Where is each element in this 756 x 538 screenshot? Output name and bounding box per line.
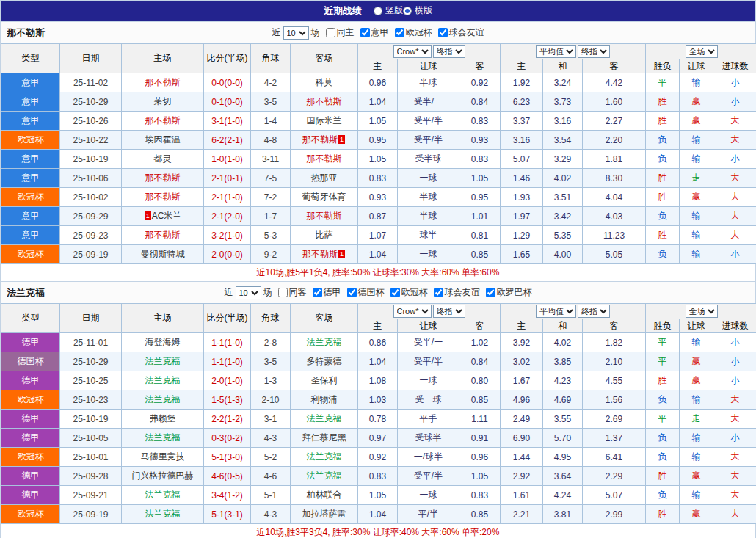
handicap-cell: 受半/一 <box>398 333 459 352</box>
euro-odds-select[interactable]: 终指 <box>578 305 610 318</box>
corner-cell: 4-3 <box>251 429 291 448</box>
filter-checkbox-球会友谊[interactable]: 球会友谊 <box>438 26 484 39</box>
checkbox-icon[interactable] <box>360 28 370 37</box>
asia-home-odds-cell: 0.87 <box>358 207 398 226</box>
date-cell: 25-11-02 <box>60 73 122 92</box>
away-team-name: 那不勒斯 <box>302 249 338 259</box>
corner-cell: 5-3 <box>251 226 291 245</box>
match-row: 欧冠杯25-10-22埃因霍温6-2(2-1)4-8那不勒斯10.95受平/半0… <box>1 131 756 150</box>
corner-cell: 5-1 <box>251 486 291 505</box>
euro-home-odds-cell: 3.37 <box>501 112 543 131</box>
euro-odds-select[interactable]: 平均值 <box>536 45 576 58</box>
home-team-name: 法兰克福 <box>145 394 181 404</box>
asia-home-odds-cell: 0.92 <box>358 448 398 467</box>
away-team-cell: 那不勒斯1 <box>291 245 358 264</box>
scope-select[interactable]: 全场 <box>686 45 718 58</box>
corner-cell: 7-2 <box>251 188 291 207</box>
filter-checkbox-同主[interactable]: 同主 <box>326 26 355 39</box>
away-team-cell: 比萨 <box>291 226 358 245</box>
checkbox-label-text: 球会友谊 <box>449 26 484 39</box>
euro-away-odds-cell: 5.07 <box>583 486 646 505</box>
away-team-cell: 热那亚 <box>291 169 358 188</box>
euro-away-odds-cell: 11.23 <box>583 226 646 245</box>
checkbox-icon[interactable] <box>486 288 495 297</box>
filter-checkbox-意甲[interactable]: 意甲 <box>360 26 389 39</box>
asia-home-odds-cell: 1.04 <box>358 505 398 524</box>
layout-radio-horizontal[interactable]: 横版 <box>403 4 432 17</box>
checkbox-icon[interactable] <box>326 28 335 37</box>
team-section-1: 那不勒斯近10场同主意甲欧冠杯球会友谊类型日期主场比分(半场)角球客场Crow*… <box>1 21 755 281</box>
euro-odds-select[interactable]: 终指 <box>578 45 610 58</box>
asia-odds-select[interactable]: 终指 <box>433 45 465 58</box>
date-cell: 25-10-05 <box>60 429 122 448</box>
column-subheader: 进球数 <box>713 319 756 333</box>
euro-odds-select[interactable]: 平均值 <box>536 305 576 318</box>
home-team-name: 那不勒斯 <box>145 115 181 126</box>
asia-odds-select[interactable]: Crow* <box>393 305 432 318</box>
filter-checkbox-德甲[interactable]: 德甲 <box>313 286 341 299</box>
checkbox-icon[interactable] <box>390 288 400 297</box>
asia-away-odds-cell: 0.85 <box>459 390 501 410</box>
filter-checkbox-球会友谊[interactable]: 球会友谊 <box>434 286 480 299</box>
asia-away-odds-cell: 0.85 <box>459 505 501 524</box>
result-cell: 平 <box>646 352 680 371</box>
checkbox-icon[interactable] <box>395 28 404 37</box>
match-row: 德甲25-10-05法兰克福0-3(0-2)4-3拜仁慕尼黑0.97受球半0.9… <box>1 429 756 448</box>
filter-checkbox-欧冠杯[interactable]: 欧冠杯 <box>395 26 432 39</box>
checkbox-icon[interactable] <box>313 288 322 297</box>
checkbox-icon[interactable] <box>434 288 443 297</box>
home-team-cell: 海登海姆 <box>122 333 204 352</box>
checkbox-label-text: 意甲 <box>371 26 389 39</box>
handicap-result-cell: 输 <box>680 150 713 169</box>
league-cell: 欧冠杯 <box>1 448 60 467</box>
section-header-strip: 那不勒斯近10场同主意甲欧冠杯球会友谊 <box>1 22 755 43</box>
filter-checkbox-同客[interactable]: 同客 <box>278 286 307 299</box>
checkbox-label-text: 欧罗巴杯 <box>497 286 532 299</box>
home-team-name: AC米兰 <box>152 211 182 221</box>
sections-container: 那不勒斯近10场同主意甲欧冠杯球会友谊类型日期主场比分(半场)角球客场Crow*… <box>1 21 755 538</box>
euro-home-odds-cell: 1.29 <box>501 226 543 245</box>
league-cell: 意甲 <box>1 112 60 131</box>
goals-cell: 大 <box>713 486 756 505</box>
asia-home-odds-cell: 0.97 <box>358 429 398 448</box>
match-row: 德甲25-10-19弗赖堡2-2(1-2)3-1法兰克福0.78平手1.112.… <box>1 410 756 429</box>
scope-select-cell: 全场 <box>646 304 756 319</box>
asia-away-odds-cell: 0.93 <box>459 131 501 150</box>
results-table: 类型日期主场比分(半场)角球客场Crow*终指平均值终指全场主让球客主和客胜负让… <box>1 303 756 524</box>
league-cell: 意甲 <box>1 169 60 188</box>
handicap-result-cell: 输 <box>680 245 713 264</box>
filter-checkbox-欧冠杯[interactable]: 欧冠杯 <box>390 286 428 299</box>
checkbox-icon[interactable] <box>347 288 357 297</box>
league-cell: 意甲 <box>1 73 60 92</box>
column-subheader: 让球 <box>398 319 459 333</box>
corner-cell: 3-1 <box>251 410 291 429</box>
corner-cell: 4-8 <box>251 131 291 150</box>
league-cell: 欧冠杯 <box>1 505 60 524</box>
filter-checkbox-德国杯[interactable]: 德国杯 <box>347 286 385 299</box>
asia-away-odds-cell: 0.96 <box>459 448 501 467</box>
scope-select[interactable]: 全场 <box>686 305 718 318</box>
corner-cell: 2-8 <box>251 333 291 352</box>
euro-draw-odds-cell: 4.00 <box>543 245 583 264</box>
home-team-cell: 那不勒斯 <box>122 188 204 207</box>
goals-cell: 大 <box>713 112 756 131</box>
home-team-cell: 曼彻斯特城 <box>122 245 204 264</box>
column-subheader: 让球 <box>680 59 713 73</box>
games-label: 场 <box>263 286 272 299</box>
checkbox-icon[interactable] <box>278 288 288 297</box>
radio-label-text: 竖版 <box>385 4 403 17</box>
handicap-cell: 一球 <box>398 169 459 188</box>
handicap-result-cell: 赢 <box>680 467 713 486</box>
asia-odds-select[interactable]: 终指 <box>433 305 465 318</box>
away-team-name: 那不勒斯 <box>302 134 338 145</box>
layout-radio-vertical[interactable]: 竖版 <box>374 4 403 17</box>
euro-odds-select-cell: 平均值终指 <box>501 304 646 319</box>
away-team-cell: 柏林联合 <box>291 486 358 505</box>
checkbox-icon[interactable] <box>438 28 448 37</box>
recent-count-select[interactable]: 10 <box>236 286 261 299</box>
filter-checkbox-欧罗巴杯[interactable]: 欧罗巴杯 <box>486 286 532 299</box>
asia-away-odds-cell: 0.84 <box>459 352 501 371</box>
recent-count-select[interactable]: 10 <box>283 26 309 40</box>
league-cell: 意甲 <box>1 226 60 245</box>
asia-odds-select[interactable]: Crow* <box>393 45 432 58</box>
